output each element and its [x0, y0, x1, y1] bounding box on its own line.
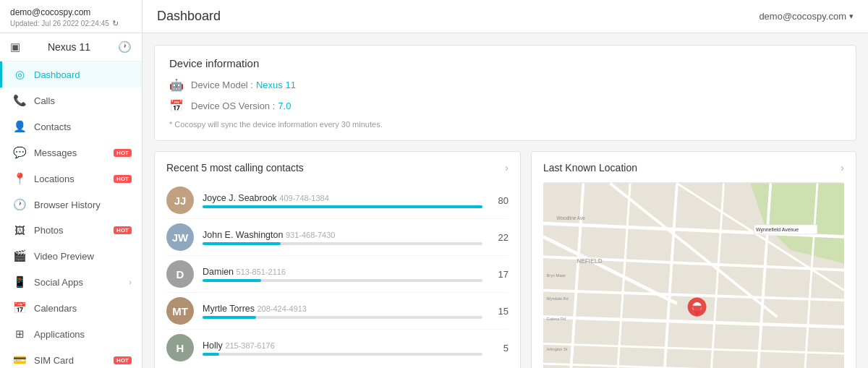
- sidebar-item-dashboard[interactable]: ◎ Dashboard: [0, 61, 142, 87]
- sidebar-item-sim-card[interactable]: 💳 SIM Card HOT: [0, 347, 142, 368]
- contact-avatar: D: [166, 260, 194, 288]
- sidebar-label-photos: Photos: [34, 225, 110, 236]
- sidebar-label-contacts: Contacts: [34, 121, 132, 132]
- sidebar-label-applications: Applications: [34, 329, 132, 340]
- contact-count: 5: [488, 343, 509, 354]
- updated-text: Updated: Jul 26 2022 02:24:45: [10, 20, 109, 27]
- calls-icon: 📞: [12, 94, 27, 107]
- sidebar-label-sim-card: SIM Card: [34, 355, 110, 366]
- contact-count: 15: [488, 306, 509, 317]
- sidebar-header: demo@cocospy.com Updated: Jul 26 2022 02…: [0, 0, 142, 33]
- header-user-menu[interactable]: demo@cocospy.com ▾: [759, 11, 854, 22]
- contact-avatar: JJ: [166, 187, 194, 214]
- os-value: 7.0: [278, 100, 291, 111]
- contact-info: Joyce J. Seabrook 409-748-1384: [203, 193, 482, 208]
- map-card: Last Known Location ›: [531, 151, 856, 368]
- contact-name: Myrtle Torres 208-424-4913: [203, 304, 482, 314]
- applications-icon: ⊞: [12, 328, 27, 341]
- device-name: Nexus 11: [48, 41, 90, 53]
- contact-info: Holly 215-387-6176: [203, 341, 482, 356]
- contact-bar-wrap: [203, 353, 482, 356]
- contacts-icon: 👤: [12, 120, 27, 133]
- svg-text:Arlington St: Arlington St: [547, 347, 568, 351]
- sidebar-label-browser-history: Browser History: [34, 200, 132, 210]
- contact-bar-wrap: [203, 205, 482, 208]
- video-preview-icon: 🎬: [12, 249, 27, 262]
- contact-bar-wrap: [203, 242, 482, 245]
- sidebar-item-locations[interactable]: 📍 Locations HOT: [0, 166, 142, 192]
- contacts-chevron-icon[interactable]: ›: [505, 162, 509, 174]
- dashboard-icon: ◎: [12, 68, 27, 81]
- device-info-card: Device information 🤖 Device Model : Nexu…: [154, 45, 856, 141]
- contact-bar: [203, 353, 219, 356]
- main-header: Dashboard demo@cocospy.com ▾: [142, 0, 868, 33]
- contact-name: Damien 513-851-2116: [203, 267, 482, 277]
- contacts-section-header: Recent 5 most calling contacts ›: [166, 162, 509, 174]
- sidebar-item-social-apps[interactable]: 📱 Social Apps ›: [0, 269, 142, 295]
- map-area: Woodline Ave Wynnefield Avenue Bryn Mawr…: [543, 182, 844, 368]
- contact-bar-wrap: [203, 279, 482, 282]
- contact-info: Damien 513-851-2116: [203, 267, 482, 282]
- refresh-icon[interactable]: ↻: [112, 19, 119, 28]
- model-label: Device Model :: [191, 80, 253, 90]
- locations-icon: 📍: [12, 172, 27, 185]
- contact-bar: [203, 242, 281, 245]
- sim-card-icon: 💳: [12, 354, 27, 367]
- sidebar-label-video-preview: Video Preview: [34, 251, 132, 262]
- sidebar-item-calls[interactable]: 📞 Calls: [0, 87, 142, 114]
- sidebar-item-photos[interactable]: 🖼 Photos HOT: [0, 218, 142, 243]
- contact-name: Joyce J. Seabrook 409-748-1384: [203, 193, 482, 203]
- contact-info: John E. Washington 931-468-7430: [203, 230, 482, 245]
- map-chevron-icon[interactable]: ›: [841, 162, 844, 174]
- contact-bar: [203, 205, 482, 208]
- hot-badge-photos: HOT: [114, 226, 132, 234]
- contact-row: JJ Joyce J. Seabrook 409-748-1384 80: [166, 182, 509, 219]
- device-info-title: Device information: [169, 57, 841, 69]
- svg-text:Galena Rd: Galena Rd: [547, 317, 566, 321]
- sidebar-email: demo@cocospy.com: [10, 7, 132, 17]
- calendar-icon: 📅: [169, 99, 184, 113]
- svg-text:Woodline Ave: Woodline Ave: [556, 215, 585, 221]
- hot-badge-messages: HOT: [114, 149, 132, 157]
- contact-row: MT Myrtle Torres 208-424-4913 15: [166, 293, 509, 330]
- contact-bar-wrap: [203, 316, 482, 319]
- calendars-icon: 📅: [12, 301, 27, 314]
- device-history-icon[interactable]: 🕐: [118, 40, 132, 54]
- contacts-list: JJ Joyce J. Seabrook 409-748-1384 80 JW …: [166, 182, 509, 366]
- contact-count: 17: [488, 269, 509, 280]
- sidebar-nav: ◎ Dashboard 📞 Calls 👤 Contacts 💬 Message…: [0, 61, 142, 368]
- sidebar-label-messages: Messages: [34, 147, 110, 158]
- content-area: Device information 🤖 Device Model : Nexu…: [142, 33, 868, 368]
- android-icon: 🤖: [169, 78, 184, 92]
- sidebar-label-dashboard: Dashboard: [34, 69, 132, 80]
- two-panel: Recent 5 most calling contacts › JJ Joyc…: [154, 151, 856, 368]
- sidebar-item-video-preview[interactable]: 🎬 Video Preview: [0, 243, 142, 269]
- page-title: Dashboard: [157, 9, 221, 24]
- sync-note: * Cocospy will sync the device informati…: [169, 120, 841, 129]
- sidebar-label-calendars: Calendars: [34, 303, 132, 314]
- sidebar-item-applications[interactable]: ⊞ Applications: [0, 321, 142, 347]
- os-label: Device OS Version :: [191, 100, 275, 111]
- contact-row: D Damien 513-851-2116 17: [166, 256, 509, 293]
- contact-count: 80: [488, 195, 509, 206]
- social-apps-icon: 📱: [12, 275, 27, 288]
- model-value: Nexus 11: [256, 80, 296, 90]
- contact-row: H Holly 215-387-6176 5: [166, 330, 509, 366]
- sidebar: demo@cocospy.com Updated: Jul 26 2022 02…: [0, 0, 142, 368]
- hot-badge-locations: HOT: [114, 175, 132, 183]
- sidebar-label-social-apps: Social Apps: [34, 277, 129, 288]
- sidebar-item-contacts[interactable]: 👤 Contacts: [0, 114, 142, 140]
- svg-text:Bryn Mawr: Bryn Mawr: [547, 273, 566, 278]
- contact-bar: [203, 316, 256, 319]
- device-os-row: 📅 Device OS Version : 7.0: [169, 99, 841, 113]
- header-email: demo@cocospy.com: [759, 11, 846, 22]
- sidebar-item-calendars[interactable]: 📅 Calendars: [0, 295, 142, 321]
- svg-text:Wyndale Rd: Wyndale Rd: [547, 296, 569, 301]
- browser-history-icon: 🕐: [12, 198, 27, 211]
- device-icon: ▣: [10, 40, 20, 54]
- sidebar-item-browser-history[interactable]: 🕐 Browser History: [0, 192, 142, 218]
- contact-name: Holly 215-387-6176: [203, 341, 482, 351]
- contact-info: Myrtle Torres 208-424-4913: [203, 304, 482, 319]
- sidebar-item-messages[interactable]: 💬 Messages HOT: [0, 140, 142, 166]
- messages-icon: 💬: [12, 146, 27, 159]
